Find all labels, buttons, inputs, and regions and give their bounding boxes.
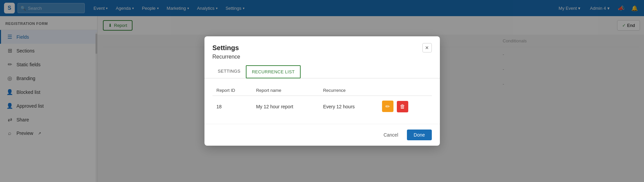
modal-body: Report ID Report name Recurrence 18 My 1…: [204, 78, 440, 124]
tab-recurrence-list[interactable]: RECURRENCE LIST: [246, 65, 301, 78]
col-report-name: Report name: [252, 85, 319, 96]
table-row: 18 My 12 hour report Every 12 hours ✏ 🗑: [213, 96, 432, 117]
recurrence-table: Report ID Report name Recurrence 18 My 1…: [213, 85, 432, 117]
settings-modal: Settings × Recurrence SETTINGS RECURRENC…: [204, 36, 440, 146]
cancel-button[interactable]: Cancel: [378, 130, 404, 140]
modal-close-button[interactable]: ×: [422, 43, 432, 52]
modal-header: Settings ×: [204, 36, 440, 52]
col-report-id: Report ID: [213, 85, 252, 96]
cell-actions: ✏ 🗑: [378, 96, 432, 117]
modal-subtitle: Recurrence: [204, 52, 440, 65]
modal-title: Settings: [213, 44, 239, 52]
cell-report-name: My 12 hour report: [252, 96, 319, 117]
cell-recurrence: Every 12 hours: [319, 96, 378, 117]
edit-button[interactable]: ✏: [382, 101, 393, 112]
col-recurrence: Recurrence: [319, 85, 378, 96]
modal-footer: Cancel Done: [204, 124, 440, 146]
modal-overlay[interactable]: Settings × Recurrence SETTINGS RECURRENC…: [0, 0, 644, 182]
done-button[interactable]: Done: [407, 130, 431, 140]
col-actions: [378, 85, 432, 96]
tab-settings[interactable]: SETTINGS: [213, 65, 246, 78]
cell-report-id: 18: [213, 96, 252, 117]
modal-tabs: SETTINGS RECURRENCE LIST: [204, 65, 440, 78]
delete-button[interactable]: 🗑: [397, 101, 408, 112]
